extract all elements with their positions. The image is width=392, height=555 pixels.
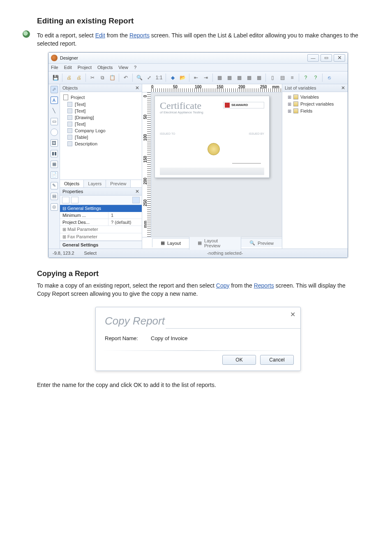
tool-folder-icon[interactable]: 📂 (178, 73, 187, 82)
reports-link[interactable]: Reports (254, 282, 274, 289)
align3-icon[interactable]: ▦ (235, 73, 244, 82)
line-tool-icon[interactable]: ╲ (51, 107, 58, 115)
align-icon[interactable]: ▦ (215, 73, 224, 82)
align5-icon[interactable]: ▦ (254, 73, 263, 82)
item-icon (67, 102, 72, 107)
ruler-horizontal: 0 50 100 150 200 250 mm (142, 84, 282, 92)
report-name-input[interactable] (151, 335, 291, 341)
design-stage[interactable]: Certificate of Electrical Appliance Test… (151, 92, 282, 237)
item-icon (67, 141, 72, 146)
titlebar: Designer — ▭ ✕ (48, 53, 348, 64)
var-node[interactable]: ⊞Project variables (285, 101, 345, 108)
close-icon[interactable]: ✕ (135, 189, 139, 194)
tab-layout-preview[interactable]: ▦Layout Preview (189, 236, 241, 250)
align8-icon[interactable]: ≡ (288, 73, 297, 82)
tab-layout[interactable]: ▦Layout (152, 238, 189, 247)
prop-help-icon[interactable] (132, 197, 140, 203)
formattext-tool-icon[interactable]: 📄 (51, 171, 58, 179)
window-title: Designer (60, 55, 78, 60)
tab-objects[interactable]: Objects (60, 180, 84, 187)
tree-item[interactable]: [Text] (62, 121, 140, 127)
copy-icon[interactable]: ⧉ (98, 73, 107, 82)
close-button[interactable]: ✕ (334, 54, 345, 62)
help-icon[interactable]: ? (301, 73, 310, 82)
align4-icon[interactable]: ▦ (244, 73, 254, 82)
tree-item[interactable]: [Drawing] (62, 114, 140, 121)
ole-tool-icon[interactable]: ◎ (51, 203, 58, 211)
properties-tools (60, 196, 142, 205)
menu-view[interactable]: View (118, 65, 128, 70)
help2-icon[interactable]: ? (311, 73, 320, 82)
barcode-tool-icon[interactable]: ▮▮ (51, 150, 58, 157)
table-tool-icon[interactable]: ▦ (51, 161, 58, 168)
form-tool-icon[interactable]: ✎ (51, 182, 58, 189)
ellipse-tool-icon[interactable] (51, 129, 58, 136)
align2-icon[interactable]: ▦ (225, 73, 234, 82)
zoom-fit-icon[interactable]: 1:1 (154, 73, 164, 82)
pointer-tool-icon[interactable]: ⬀ (51, 86, 58, 93)
tab-preview[interactable]: 🔍Preview (241, 238, 282, 247)
item-icon (67, 135, 72, 140)
paste-icon[interactable]: 📋 (108, 73, 117, 82)
prop-collapse[interactable]: ⊞ Fax Parameter (60, 233, 142, 241)
reports-link[interactable]: Reports (129, 32, 150, 39)
prop-row[interactable]: Project Des...? (default) (60, 219, 142, 226)
brand-logo: SEAWARD (223, 102, 264, 108)
item-icon (67, 108, 72, 113)
cancel-button[interactable]: Cancel (260, 355, 294, 365)
tool-blue-icon[interactable]: ◆ (168, 73, 177, 82)
tab-layers[interactable]: Layers (84, 180, 106, 187)
prop-cat-icon[interactable] (62, 197, 69, 203)
tab-preview[interactable]: Preview (106, 180, 131, 187)
print-preview-icon[interactable]: 🖨 (74, 73, 83, 82)
template-tool-icon[interactable]: ▤ (51, 193, 58, 200)
copy-link[interactable]: Copy (216, 282, 230, 289)
page-next-icon[interactable]: ⇥ (201, 73, 210, 82)
zoom-out-icon[interactable]: ⤢ (145, 73, 154, 82)
props-section[interactable]: ⊟ General Settings (60, 205, 142, 212)
print-icon[interactable]: 🖨 (65, 73, 74, 82)
align6-icon[interactable]: ▯ (268, 73, 277, 82)
prop-row[interactable]: Minimum ...1 (60, 212, 142, 219)
close-icon[interactable]: ✕ (290, 311, 295, 318)
align7-icon[interactable]: ▤ (278, 73, 287, 82)
menu-edit[interactable]: Edit (64, 65, 72, 70)
image-tool-icon[interactable]: 🖼 (51, 139, 58, 147)
var-node[interactable]: ⊞Variables (285, 94, 345, 101)
tree-item[interactable]: Description (62, 140, 140, 147)
zoom-icon[interactable]: 🔍 (135, 73, 144, 82)
txt: from the (107, 32, 129, 39)
tree-item[interactable]: Company Logo (62, 127, 140, 134)
save-icon[interactable]: 💾 (51, 73, 60, 82)
undo-icon[interactable]: ↶ (121, 73, 130, 82)
menu-help[interactable]: ? (134, 65, 136, 70)
cert-subtitle: of Electrical Appliance Testing (160, 111, 264, 114)
minimize-button[interactable]: — (307, 54, 319, 62)
maximize-button[interactable]: ▭ (321, 54, 332, 62)
exit-icon[interactable]: ⎋ (325, 73, 334, 82)
certificate-doc: Certificate of Electrical Appliance Test… (154, 96, 270, 178)
tree-root[interactable]: Project (62, 94, 140, 101)
properties-head: Properties ✕ (60, 188, 142, 196)
menu-objects[interactable]: Objects (97, 65, 113, 70)
tree-item[interactable]: [Text] (62, 108, 140, 114)
close-icon[interactable]: ✕ (135, 85, 139, 91)
menu-project[interactable]: Project (78, 65, 92, 70)
ok-button[interactable]: OK (222, 355, 256, 365)
page-prev-icon[interactable]: ⇤ (191, 73, 201, 82)
edit-link[interactable]: Edit (95, 32, 105, 39)
prop-sort-icon[interactable] (71, 197, 78, 203)
copy-report-dialog: ✕ Copy Report Report Name: OK Cancel (95, 307, 301, 371)
cut-icon[interactable]: ✂ (88, 73, 97, 82)
var-node[interactable]: ⊞Fields (285, 108, 345, 115)
close-icon[interactable]: ✕ (341, 85, 345, 91)
menu-file[interactable]: File (51, 65, 58, 70)
item-icon (67, 115, 72, 120)
tree-item[interactable]: [Table] (62, 134, 140, 140)
tree-item[interactable]: [Text] (62, 101, 140, 108)
toolbar: 💾 🖨 🖨 ✂ ⧉ 📋 ↶ 🔍 ⤢ 1:1 ◆ 📂 ⇤ ⇥ ▦ ▦ ▦ ▦ (48, 71, 348, 84)
rect-tool-icon[interactable]: ▭ (51, 118, 58, 125)
preview-icon: 🔍 (249, 240, 255, 246)
prop-collapse[interactable]: ⊞ Mail Parameter (60, 226, 142, 233)
text-tool-icon[interactable]: A (51, 97, 58, 104)
